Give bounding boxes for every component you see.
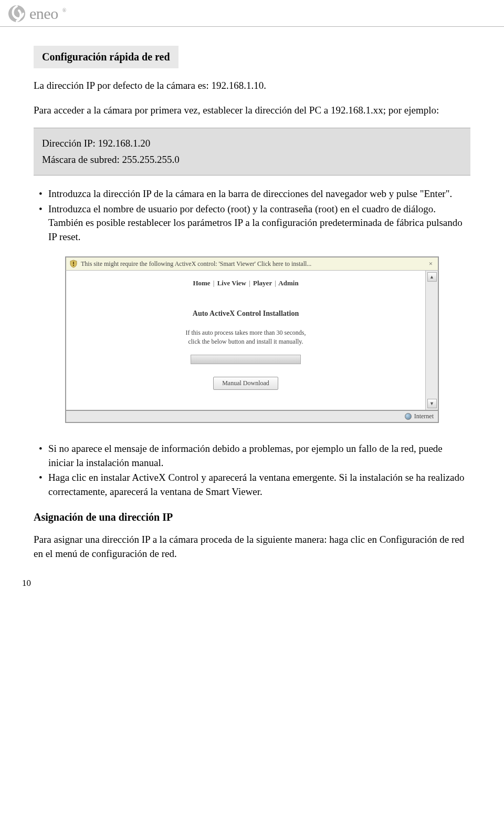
brand-logo-icon <box>7 4 26 23</box>
svg-rect-1 <box>73 262 74 264</box>
list-item: Haga clic en instalar ActiveX Control y … <box>48 471 470 499</box>
status-bar: Internet <box>65 411 439 423</box>
bullet-list-2: Si no aparece el mensaje de información … <box>34 442 470 499</box>
page-number: 10 <box>22 578 31 589</box>
intro-paragraph-1: La dirección IP por defecto de la cámara… <box>34 79 470 93</box>
viewer-nav: Home | Live View | Player | Admin <box>66 276 425 300</box>
subheading-ip-assign: Asignación de una dirección IP <box>34 511 470 523</box>
ip-info-box: Dirección IP: 192.168.1.20 Máscara de su… <box>34 128 470 176</box>
scroll-up-icon[interactable]: ▲ <box>427 272 437 282</box>
activex-info-bar[interactable]: This site might require the following Ac… <box>65 256 439 271</box>
nav-admin[interactable]: Admin <box>278 279 298 287</box>
embedded-screenshot: This site might require the following Ac… <box>65 256 439 423</box>
nav-liveview[interactable]: Live View <box>217 279 246 287</box>
nav-home[interactable]: Home <box>193 279 210 287</box>
scroll-down-icon[interactable]: ▼ <box>427 399 437 408</box>
list-item: Si no aparece el mensaje de información … <box>48 442 470 470</box>
manual-download-button[interactable]: Manual Download <box>213 377 278 390</box>
final-paragraph: Para asignar una dirección IP a la cámar… <box>34 533 470 561</box>
page-footer: 10 <box>0 578 504 604</box>
install-title: Auto ActiveX Control Installation <box>66 309 425 318</box>
progress-bar <box>191 355 301 364</box>
brand-name: eneo <box>29 5 58 23</box>
status-text: Internet <box>414 412 434 420</box>
svg-rect-2 <box>73 265 74 266</box>
install-block: Auto ActiveX Control Installation If thi… <box>66 300 425 410</box>
install-message: If this auto process takes more than 30 … <box>66 328 425 346</box>
intro-paragraph-2: Para acceder a la cámara por primera vez… <box>34 104 470 118</box>
shield-icon <box>69 260 78 268</box>
scrollbar[interactable]: ▲ ▼ <box>425 271 438 410</box>
activex-message: This site might require the following Ac… <box>81 260 424 268</box>
brand-header: eneo ® <box>0 0 504 26</box>
close-icon[interactable]: × <box>427 260 435 268</box>
nav-player[interactable]: Player <box>253 279 272 287</box>
internet-icon <box>405 413 412 420</box>
section-heading: Configuración rápida de red <box>34 46 178 68</box>
list-item: Introduzca la dirección IP de la cámara … <box>48 187 470 201</box>
viewer-frame: Home | Live View | Player | Admin Auto A… <box>65 271 439 411</box>
mask-line: Máscara de subred: 255.255.255.0 <box>42 152 462 168</box>
ip-line: Dirección IP: 192.168.1.20 <box>42 136 462 151</box>
list-item: Introduzca el nombre de usuario por defe… <box>48 202 470 244</box>
trademark-icon: ® <box>62 7 67 13</box>
bullet-list-1: Introduzca la dirección IP de la cámara … <box>34 187 470 244</box>
